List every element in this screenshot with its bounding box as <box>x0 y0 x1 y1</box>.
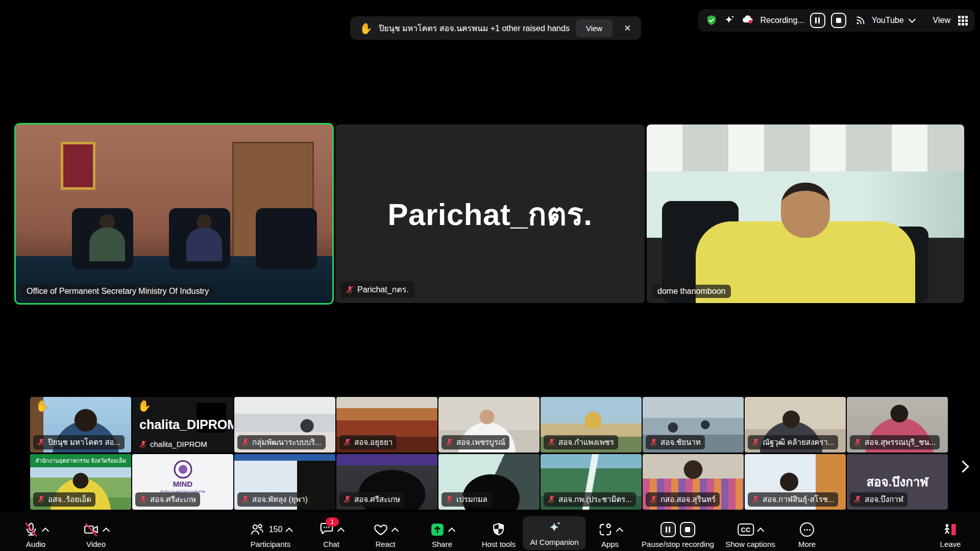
muted-mic-icon <box>854 438 862 446</box>
stream-service-label[interactable]: YouTube <box>872 16 904 25</box>
recording-status-label: Recording... <box>760 16 804 25</box>
participant-tile[interactable]: ✋ chalita_DIPROM chalita_DIPROM <box>132 397 233 453</box>
participant-tile[interactable]: กสอ.สอจ.สุรินทร์ <box>643 454 744 510</box>
view-grid-icon[interactable] <box>958 16 968 26</box>
chat-menu-chevron-icon[interactable] <box>337 527 345 534</box>
participant-name: ณัฐวุฒิ คล้ายสงครา... <box>763 436 834 448</box>
participant-tile[interactable]: สอจ.กำแพงเพชร <box>541 397 642 453</box>
stream-menu-chevron-icon[interactable] <box>909 16 916 23</box>
participant-name: dome thanomboon <box>657 287 725 296</box>
video-menu-chevron-icon[interactable] <box>103 527 110 534</box>
muted-mic-icon <box>241 438 249 446</box>
raised-hand-icon: ✋ <box>35 399 49 413</box>
raised-hands-notification: ✋ ปิยนุช มหาโคตร สอจ.นครพนม +1 other rai… <box>350 16 641 40</box>
video-tile-name-only[interactable]: Parichat_กตร. Parichat_กตร. <box>335 124 645 303</box>
participant-tile[interactable]: สำนักงานอุตสาหกรรม จังหวัดร้อยเอ็ด อสจ..… <box>30 454 131 510</box>
ai-companion-button[interactable]: AI Companion <box>523 516 585 550</box>
raised-hand-icon: ✋ <box>359 23 373 34</box>
leave-door-icon <box>942 522 959 537</box>
participant-name: สอจ.กำแพงเพชร <box>558 436 614 448</box>
participant-tile[interactable]: สอจ.ศรีสะเกษ <box>336 454 437 510</box>
participant-tile[interactable]: ✋ ปิยนุช มหาโคตร สอ... <box>30 397 131 453</box>
participant-name: สอจ.เพชรบูรณ์ <box>456 436 505 448</box>
muted-mic-icon <box>752 438 760 446</box>
ai-sparkle-icon <box>547 520 562 535</box>
video-button[interactable]: Video <box>83 521 109 548</box>
pause-recording-icon[interactable] <box>660 522 676 537</box>
share-screen-icon <box>430 522 445 537</box>
participant-tile[interactable]: สอจ.ชัยนาท <box>643 397 744 453</box>
participant-name: อสจ..ร้อยเอ็ด <box>48 493 91 506</box>
participants-menu-chevron-icon[interactable] <box>285 527 292 534</box>
video-tile[interactable]: dome thanomboon <box>647 124 964 303</box>
next-page-button[interactable] <box>953 455 972 478</box>
muted-mic-icon <box>344 495 351 504</box>
participant-tile[interactable]: ณัฐวุฒิ คล้ายสงครา... <box>745 397 846 453</box>
muted-mic-icon <box>854 495 862 504</box>
participant-name: สอจ.กพ.(ประชามิตร... <box>558 493 632 506</box>
chat-button[interactable]: 1 Chat <box>319 521 344 548</box>
participant-tile[interactable]: สอจ.กพ.(ประชามิตร... <box>541 454 642 510</box>
participant-thumbnail-row-1: ✋ ปิยนุช มหาโคตร สอ... ✋ chalita_DIPROM … <box>30 397 948 453</box>
show-captions-button[interactable]: CC Show captions <box>725 521 775 548</box>
camera-muted-icon <box>83 522 100 537</box>
muted-mic-icon <box>344 438 351 446</box>
share-button[interactable]: Share <box>430 521 454 548</box>
participant-tile[interactable]: สอจ.บึงกาฬ สอจ.บึงกาฬ <box>847 454 948 510</box>
share-menu-chevron-icon[interactable] <box>448 527 455 534</box>
more-button[interactable]: More <box>798 521 816 548</box>
leave-button[interactable]: Leave <box>940 521 961 548</box>
participant-tile[interactable]: สอจ.อยุธยา <box>336 397 437 453</box>
muted-mic-icon <box>139 495 147 504</box>
video-feed <box>647 124 964 171</box>
audio-button[interactable]: Audio <box>23 521 48 548</box>
participant-name: กลุ่มพัฒนาระบบบริ... <box>252 436 322 448</box>
mic-muted-icon <box>23 522 39 537</box>
notification-close-button[interactable]: ✕ <box>619 21 636 36</box>
apps-button[interactable]: Apps <box>598 521 622 548</box>
office-banner-text: สำนักงานอุตสาหกรรม จังหวัดร้อยเอ็ด <box>30 454 131 467</box>
live-stream-icon <box>855 15 866 26</box>
host-tools-button[interactable]: Host tools <box>482 521 516 548</box>
muted-mic-icon <box>241 495 249 504</box>
video-tile-active-speaker[interactable]: Office of Permanent Secretary Ministry O… <box>16 124 332 303</box>
raised-hand-icon: ✋ <box>137 399 151 413</box>
stop-recording-button[interactable] <box>831 13 846 28</box>
participant-tile[interactable]: กลุ่มพัฒนาระบบบริ... <box>234 397 335 453</box>
ai-companion-status-icon[interactable] <box>723 14 736 27</box>
participant-name: สอจ.บึงกาฬ <box>865 493 903 506</box>
apps-icon <box>598 522 613 537</box>
more-ellipsis-icon <box>800 522 814 537</box>
audio-menu-chevron-icon[interactable] <box>42 527 49 534</box>
react-menu-chevron-icon[interactable] <box>391 527 399 534</box>
notification-view-button[interactable]: View <box>576 19 612 37</box>
participant-name: Parichat_กตร. <box>357 283 409 296</box>
participant-name: chalita_DIPROM <box>150 440 207 448</box>
participant-tile[interactable]: สอจ.สุพรรณบุรี_ชน... <box>847 397 948 453</box>
captions-icon: CC <box>738 523 754 536</box>
participants-button[interactable]: 150 Participants <box>250 521 292 548</box>
participant-tile[interactable]: สอจ.กาฬสินธุ์-สโรช... <box>745 454 846 510</box>
participant-tile[interactable]: สอจ.เพชรบูรณ์ <box>438 397 540 453</box>
participant-tile[interactable]: MIND สำนักงานอุตสาหกรรมจังหวัดศรีสะเกษ ส… <box>132 454 233 510</box>
pause-recording-button[interactable] <box>810 13 825 28</box>
participant-name: ปิยนุช มหาโคตร สอ... <box>48 436 120 448</box>
view-button[interactable]: View <box>933 16 950 25</box>
muted-mic-icon <box>650 495 657 504</box>
shield-icon <box>491 522 506 537</box>
stop-recording-icon[interactable] <box>680 522 695 537</box>
apps-menu-chevron-icon[interactable] <box>616 527 623 534</box>
muted-mic-icon <box>37 438 45 446</box>
security-shield-icon[interactable] <box>705 14 718 27</box>
react-button[interactable]: React <box>373 521 398 548</box>
mind-logo: MIND สำนักงานอุตสาหกรรมจังหวัดศรีสะเกษ <box>158 460 208 500</box>
participant-name: Office of Permanent Secretary Ministry O… <box>27 287 209 296</box>
captions-menu-chevron-icon[interactable] <box>757 527 764 534</box>
participant-tile[interactable]: เปรมกมล <box>438 454 540 510</box>
participant-display-name: Parichat_กตร. <box>335 124 645 303</box>
participant-name: สอจ.สุพรรณบุรี_ชน... <box>865 436 936 448</box>
participant-tile[interactable]: สอจ.พัทลุง (ยุพา) <box>234 454 335 510</box>
pause-stop-recording-button[interactable]: Pause/stop recording <box>642 521 714 548</box>
muted-mic-icon <box>446 495 453 504</box>
participant-name: สอจ.อยุธยา <box>354 436 393 448</box>
